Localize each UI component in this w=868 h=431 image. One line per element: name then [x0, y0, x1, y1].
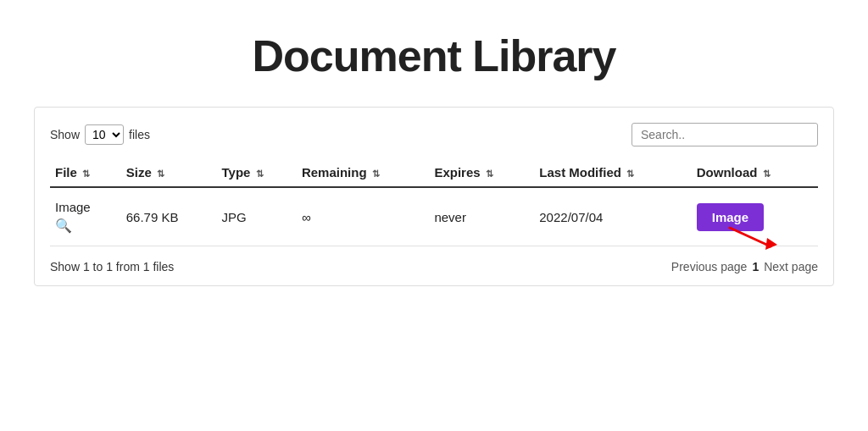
- sort-icon-last-modified: ⇅: [626, 169, 634, 179]
- prev-page-link[interactable]: Previous page: [671, 260, 748, 274]
- svg-marker-1: [765, 238, 777, 250]
- cell-remaining: ∞: [297, 187, 430, 246]
- sort-icon-type: ⇅: [256, 169, 264, 179]
- col-size: Size ⇅: [121, 158, 217, 187]
- bottom-bar: Show 1 to 1 from 1 files Previous page 1…: [50, 260, 818, 274]
- col-download: Download ⇅: [692, 158, 818, 187]
- cell-expires: never: [429, 187, 534, 246]
- top-bar: Show 10 25 50 files: [50, 123, 818, 146]
- col-type: Type ⇅: [216, 158, 296, 187]
- cell-download: Image: [692, 187, 818, 246]
- cell-size: 66.79 KB: [121, 187, 217, 246]
- next-page-link[interactable]: Next page: [764, 260, 818, 274]
- table-row: Image 🔍 66.79 KB JPG ∞ never 2022/07/04 …: [50, 187, 818, 246]
- footer-text: Show 1 to 1 from 1 files: [50, 260, 174, 274]
- col-last-modified: Last Modified ⇅: [534, 158, 691, 187]
- entries-select[interactable]: 10 25 50: [85, 124, 124, 145]
- zoom-icon[interactable]: 🔍: [55, 218, 72, 234]
- cell-last-modified: 2022/07/04: [534, 187, 691, 246]
- sort-icon-remaining: ⇅: [372, 169, 380, 179]
- sort-icon-file: ⇅: [82, 169, 90, 179]
- files-label: files: [129, 128, 150, 141]
- cell-type: JPG: [216, 187, 296, 246]
- show-entries: Show 10 25 50 files: [50, 124, 150, 145]
- cell-file: Image 🔍: [50, 187, 121, 246]
- col-file: File ⇅: [50, 158, 121, 187]
- download-btn-container: Image: [697, 203, 764, 231]
- search-input[interactable]: [632, 123, 818, 146]
- download-button[interactable]: Image: [697, 203, 764, 231]
- page-title: Document Library: [0, 0, 868, 107]
- show-label: Show: [50, 128, 80, 141]
- sort-icon-expires: ⇅: [486, 169, 493, 179]
- col-remaining: Remaining ⇅: [297, 158, 430, 187]
- page-number: 1: [752, 260, 759, 274]
- sort-icon-download: ⇅: [763, 169, 771, 179]
- document-library-container: Show 10 25 50 files File ⇅ Size ⇅ Type ⇅…: [34, 107, 834, 286]
- file-name: Image: [55, 200, 91, 214]
- pagination: Previous page 1 Next page: [671, 260, 818, 274]
- documents-table: File ⇅ Size ⇅ Type ⇅ Remaining ⇅ Expires…: [50, 158, 818, 246]
- sort-icon-size: ⇅: [157, 169, 164, 179]
- col-expires: Expires ⇅: [429, 158, 534, 187]
